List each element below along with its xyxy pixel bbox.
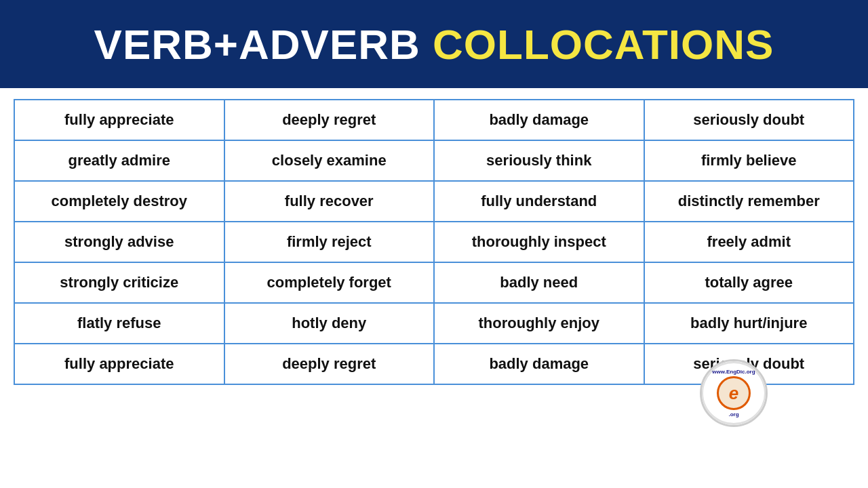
page-wrapper: VERB+ADVERB COLLOCATIONS fully appreciat… <box>0 0 868 488</box>
table-cell: distinctly remember <box>644 181 854 222</box>
table-cell: badly damage <box>434 100 644 140</box>
table-cell: completely forget <box>224 262 435 303</box>
header-title-yellow: COLLOCATIONS <box>433 21 774 68</box>
table-row: strongly advisefirmly rejectthoroughly i… <box>14 222 854 262</box>
table-cell: greatly admire <box>14 140 224 181</box>
table-row: completely destroyfully recoverfully und… <box>14 181 854 222</box>
table-cell: hotly deny <box>224 303 435 344</box>
table-cell: strongly advise <box>14 222 224 262</box>
table-cell: firmly believe <box>644 140 854 181</box>
table-cell: fully appreciate <box>14 344 224 384</box>
watermark-logo-letter: e <box>729 383 738 404</box>
table-cell: thoroughly enjoy <box>434 303 644 344</box>
table-cell: completely destroy <box>14 181 224 222</box>
table-cell: thoroughly inspect <box>434 222 644 262</box>
header: VERB+ADVERB COLLOCATIONS <box>0 0 868 88</box>
table-cell: fully appreciate <box>14 100 224 140</box>
table-cell: deeply regret <box>224 100 435 140</box>
table-cell: badly need <box>434 262 644 303</box>
content-area: fully appreciatedeeply regretbadly damag… <box>0 88 868 488</box>
table-cell: fully recover <box>224 181 435 222</box>
table-row: greatly admireclosely examineseriously t… <box>14 140 854 181</box>
watermark-bottom-text: .org <box>728 411 738 418</box>
table-row: fully appreciatedeeply regretbadly damag… <box>14 100 854 140</box>
table-cell: strongly criticize <box>14 262 224 303</box>
table-cell: deeply regret <box>224 344 435 384</box>
table-cell: closely examine <box>224 140 435 181</box>
watermark-inner: www.EngDic.org e .org <box>701 361 766 425</box>
table-cell: fully understand <box>434 181 644 222</box>
table-cell: badly hurt/injure <box>644 303 854 344</box>
table-cell: seriously doubt <box>644 100 854 140</box>
collocations-table: fully appreciatedeeply regretbadly damag… <box>14 99 854 385</box>
table-cell: firmly reject <box>224 222 435 262</box>
header-title: VERB+ADVERB COLLOCATIONS <box>94 20 774 68</box>
watermark-top-text: www.EngDic.org <box>712 369 755 375</box>
table-cell: badly damage <box>434 344 644 384</box>
watermark: www.EngDic.org e .org <box>700 359 768 427</box>
header-title-white: VERB+ADVERB <box>94 21 420 68</box>
table-cell: freely admit <box>644 222 854 262</box>
table-row: strongly criticizecompletely forgetbadly… <box>14 262 854 303</box>
table-cell: flatly refuse <box>14 303 224 344</box>
table-cell: totally agree <box>644 262 854 303</box>
table-row: flatly refusehotly denythoroughly enjoyb… <box>14 303 854 344</box>
table-cell: seriously think <box>434 140 644 181</box>
